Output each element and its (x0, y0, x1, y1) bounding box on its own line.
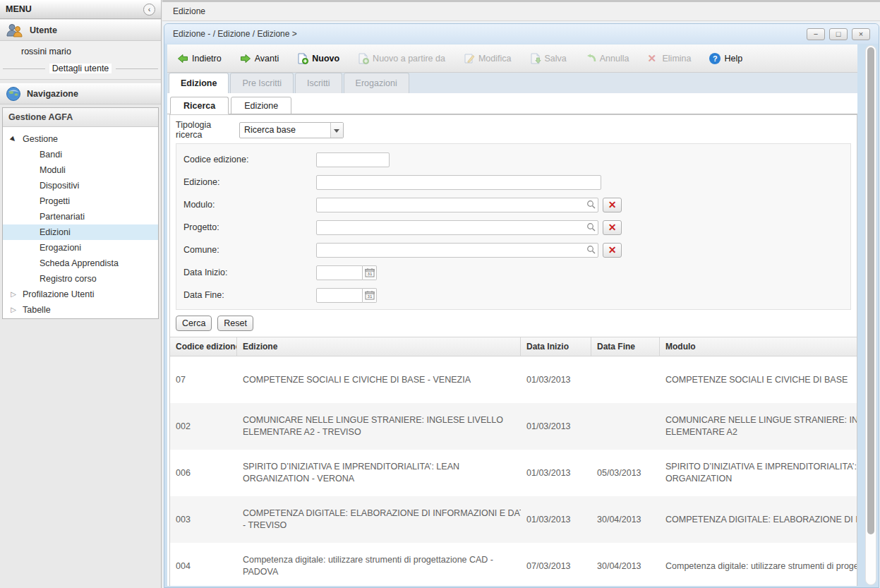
tipologia-selected-value: Ricerca base (244, 125, 296, 135)
close-button[interactable]: × (852, 28, 870, 40)
calendar-button[interactable]: 31 (363, 265, 377, 280)
modulo-label: Modulo: (183, 200, 316, 210)
column-header-codice-edizione[interactable]: Codice edizione (170, 337, 237, 356)
delete-x-icon: ✕ (647, 53, 658, 64)
sub-tabstrip: Ricerca Edizione (167, 93, 857, 114)
tree-node-progetti[interactable]: Progetti (3, 193, 158, 209)
red-x-icon: ✕ (608, 244, 617, 256)
data-inizio-label: Data Inizio: (183, 268, 316, 277)
tree-node-dispositivi[interactable]: Dispositivi (3, 178, 158, 193)
scrollbar-thumb[interactable] (867, 47, 874, 534)
tab-edizione[interactable]: Edizione (169, 73, 229, 93)
user-details-link[interactable]: Dettagli utente (49, 64, 112, 73)
table-row[interactable]: 07 COMPETENZE SOCIALI E CIVICHE DI BASE … (170, 356, 857, 403)
tree-root-title: Gestione AGFA (3, 108, 158, 127)
tree-node-scheda-apprendista[interactable]: Scheda Apprendista (3, 256, 158, 271)
subtab-ricerca[interactable]: Ricerca (170, 97, 229, 114)
top-tab-label[interactable]: Edizione (173, 6, 205, 16)
main-area: Edizione Edizione - / Edizione / Edizion… (162, 0, 880, 588)
window-title: Edizione - / Edizione / Edizione > (173, 29, 807, 39)
search-magnifier-icon[interactable] (586, 222, 596, 234)
modulo-clear-button[interactable]: ✕ (603, 198, 622, 212)
tree-node-partenariati[interactable]: Partenariati (3, 209, 158, 224)
tree-node-tabelle[interactable]: ▷Tabelle (3, 302, 158, 318)
grid-header: Codice edizione Edizione Data Inizio Dat… (170, 337, 857, 356)
nuovo-a-partire-da-button[interactable]: Nuovo a partire da (358, 53, 445, 64)
tab-iscritti[interactable]: Iscritti (295, 73, 342, 93)
help-icon: ? (709, 53, 721, 64)
column-header-data-inizio[interactable]: Data Inizio (521, 337, 591, 356)
indietro-button[interactable]: Indietro (177, 53, 222, 64)
modulo-lookup-input[interactable] (316, 198, 598, 212)
calendar-icon: 31 (365, 268, 375, 277)
search-magnifier-icon[interactable] (586, 200, 596, 211)
navigation-panel-header[interactable]: Navigazione (0, 83, 161, 104)
results-grid: Codice edizione Edizione Data Inizio Dat… (170, 337, 857, 586)
comune-lookup-input[interactable] (316, 243, 598, 258)
search-magnifier-icon[interactable] (586, 245, 596, 256)
tree-node-gestione[interactable]: ▶Gestione (3, 131, 158, 147)
main-tabstrip: Edizione Pre Iscritti Iscritti Erogazion… (167, 73, 857, 93)
help-button[interactable]: ? Help (709, 53, 742, 64)
tree-node-profilazione-utenti[interactable]: ▷Profilazione Utenti (3, 287, 158, 302)
modifica-button[interactable]: Modifica (464, 53, 512, 64)
tipologia-label: Tipologia ricerca (176, 120, 239, 140)
salva-button[interactable]: Salva (530, 53, 567, 64)
tree-expander-open-icon[interactable]: ▶ (4, 130, 22, 148)
minimize-icon: − (814, 30, 818, 38)
cerca-button[interactable]: Cerca (176, 316, 212, 331)
tree-node-erogazioni[interactable]: Erogazioni (3, 240, 158, 256)
comune-clear-button[interactable]: ✕ (603, 243, 622, 258)
tipologia-ricerca-select[interactable]: Ricerca base (239, 122, 344, 138)
search-fieldset: Codice edizione: Edizione: Modulo: (176, 143, 851, 310)
table-row[interactable]: 003 COMPETENZA DIGITALE: ELABORAZIONE DI… (170, 496, 857, 543)
sidebar-collapse-button[interactable]: ‹ (143, 4, 155, 16)
tree-expander-closed-icon[interactable]: ▷ (8, 287, 18, 302)
combo-arrow-box[interactable] (330, 123, 343, 138)
tree-expander-closed-icon[interactable]: ▷ (8, 302, 18, 318)
maximize-button[interactable]: □ (829, 28, 848, 40)
minimize-button[interactable]: − (807, 28, 825, 40)
data-fine-input[interactable] (316, 288, 363, 303)
vertical-scrollbar[interactable] (865, 45, 876, 585)
chevron-left-icon: ‹ (148, 5, 151, 13)
nuovo-button[interactable]: Nuovo (297, 53, 339, 64)
data-inizio-input[interactable] (316, 265, 363, 280)
codice-edizione-label: Codice edizione: (183, 155, 316, 164)
elimina-button[interactable]: ✕ Elimina (647, 53, 691, 64)
svg-text:31: 31 (367, 294, 372, 299)
progetto-label: Progetto: (183, 222, 316, 232)
reset-button[interactable]: Reset (217, 316, 253, 331)
search-panel: Tipologia ricerca Ricerca base Codice ed… (169, 114, 857, 586)
window-content: Indietro Avanti Nuovo Nuovo a partire da (167, 44, 857, 586)
table-row[interactable]: 002 COMUNICARE NELLE LINGUE STRANIERE: I… (170, 403, 857, 450)
calendar-button[interactable]: 31 (363, 288, 377, 303)
progetto-clear-button[interactable]: ✕ (603, 220, 622, 235)
window-header[interactable]: Edizione - / Edizione / Edizione > − □ × (164, 24, 879, 44)
arrow-right-icon (240, 53, 251, 64)
tab-erogazioni[interactable]: Erogazioni (344, 73, 409, 93)
calendar-icon: 31 (365, 290, 375, 300)
users-icon (6, 23, 24, 37)
user-panel-header[interactable]: Utente (0, 20, 161, 41)
codice-edizione-input[interactable] (316, 152, 390, 167)
column-header-edizione[interactable]: Edizione (237, 337, 521, 356)
avanti-button[interactable]: Avanti (240, 53, 279, 64)
tree-node-moduli[interactable]: Moduli (3, 162, 158, 178)
top-tab-bar: Edizione (162, 0, 880, 21)
edit-pencil-icon (464, 53, 475, 64)
table-row[interactable]: 004 Competenza digitale: utilizzare stru… (170, 543, 857, 586)
user-panel-body: rossini mario Dettagli utente (0, 41, 161, 80)
tree-node-bandi[interactable]: Bandi (3, 147, 158, 162)
tree-node-registro-corso[interactable]: Registro corso (3, 271, 158, 287)
subtab-edizione[interactable]: Edizione (231, 97, 291, 114)
data-fine-label: Data Fine: (183, 290, 316, 300)
column-header-modulo[interactable]: Modulo (660, 337, 857, 356)
table-row[interactable]: 006 SPIRITO D’INIZIATIVA E IMPRENDITORIA… (170, 450, 857, 496)
edizione-input[interactable] (316, 175, 601, 190)
column-header-data-fine[interactable]: Data Fine (591, 337, 660, 356)
tab-pre-iscritti[interactable]: Pre Iscritti (230, 73, 294, 93)
progetto-lookup-input[interactable] (316, 220, 598, 235)
annulla-button[interactable]: Annulla (585, 53, 629, 64)
tree-node-edizioni[interactable]: Edizioni (3, 224, 158, 240)
